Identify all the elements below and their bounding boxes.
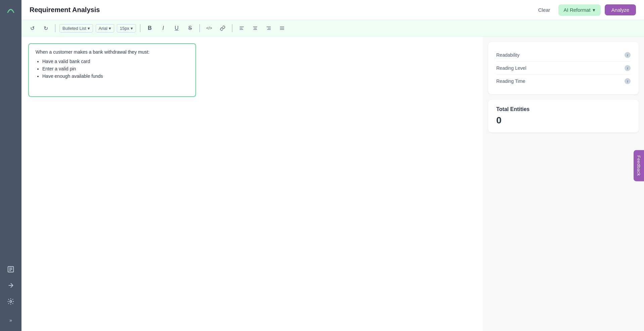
font-label: Arial xyxy=(99,26,107,31)
list-type-label: Bulleted List xyxy=(62,26,86,31)
editor-area: When a customer makes a bank withdrawal … xyxy=(21,37,644,331)
underline-button[interactable]: U xyxy=(171,23,182,34)
clear-button[interactable]: Clear xyxy=(534,5,554,15)
analysis-card: Readability i Reading Level i Reading Ti… xyxy=(488,42,639,94)
list-type-select[interactable]: Bulleted List ▾ xyxy=(59,24,93,33)
size-label: 15px xyxy=(120,26,129,31)
align-left-button[interactable] xyxy=(236,23,247,34)
size-select[interactable]: 15px ▾ xyxy=(117,24,136,33)
sidebar-item-export[interactable] xyxy=(4,279,17,292)
align-right-button[interactable] xyxy=(263,23,274,34)
header-actions: Clear AI Reformat ▾ Analyze xyxy=(534,4,636,16)
bold-button[interactable]: B xyxy=(144,23,155,34)
reading-level-label: Reading Level xyxy=(496,65,622,71)
sidebar: » xyxy=(0,0,21,331)
toolbar-divider-2 xyxy=(140,24,140,32)
toolbar-divider-1 xyxy=(55,24,55,32)
editor-panel: When a customer makes a bank withdrawal … xyxy=(21,37,483,331)
reading-time-label: Reading Time xyxy=(496,78,622,84)
list-item: Have a valid bank card xyxy=(42,59,189,64)
reading-time-row: Reading Time i xyxy=(496,75,631,88)
align-center-button[interactable] xyxy=(250,23,261,34)
readability-label: Readability xyxy=(496,52,622,58)
editor-content[interactable]: When a customer makes a bank withdrawal … xyxy=(28,43,196,97)
feedback-label: Feedback xyxy=(636,155,641,176)
editor-list: Have a valid bank card Enter a valid pin… xyxy=(36,59,189,79)
link-button[interactable] xyxy=(217,23,228,34)
toolbar-divider-3 xyxy=(199,24,200,32)
logo xyxy=(5,4,17,16)
align-justify-button[interactable] xyxy=(277,23,287,34)
entities-count: 0 xyxy=(496,115,631,126)
reading-level-info-icon[interactable]: i xyxy=(625,65,631,71)
readability-info-icon[interactable]: i xyxy=(625,52,631,58)
ai-reformat-button[interactable]: AI Reformat ▾ xyxy=(558,4,601,16)
strikethrough-button[interactable]: S xyxy=(185,23,195,34)
feedback-button[interactable]: Feedback xyxy=(634,150,644,181)
code-button[interactable]: </> xyxy=(204,23,215,34)
svg-point-5 xyxy=(10,300,12,302)
list-type-dropdown-icon: ▾ xyxy=(88,26,90,31)
font-select[interactable]: Arial ▾ xyxy=(96,24,114,33)
italic-button[interactable]: I xyxy=(158,23,169,34)
header: Requirement Analysis Clear AI Reformat ▾… xyxy=(21,0,644,20)
sidebar-item-settings[interactable] xyxy=(4,295,17,308)
redo-button[interactable]: ↻ xyxy=(40,23,51,34)
size-dropdown-icon: ▾ xyxy=(131,26,133,31)
list-item: Have enough available funds xyxy=(42,73,189,79)
analyze-button[interactable]: Analyze xyxy=(605,4,636,15)
reading-level-row: Reading Level i xyxy=(496,62,631,75)
reading-time-info-icon[interactable]: i xyxy=(625,78,631,84)
main-content: Requirement Analysis Clear AI Reformat ▾… xyxy=(21,0,644,331)
toolbar-divider-4 xyxy=(232,24,232,32)
editor-intro-text: When a customer makes a bank withdrawal … xyxy=(36,49,189,55)
ai-reformat-label: AI Reformat xyxy=(564,7,591,13)
editor-toolbar: ↺ ↻ Bulleted List ▾ Arial ▾ 15px ▾ B I U xyxy=(21,20,644,37)
sidebar-item-documents[interactable] xyxy=(4,263,17,276)
readability-row: Readability i xyxy=(496,49,631,62)
list-item: Enter a valid pin xyxy=(42,66,189,71)
entities-title: Total Entities xyxy=(496,106,631,112)
ai-reformat-dropdown-icon: ▾ xyxy=(593,7,595,13)
font-dropdown-icon: ▾ xyxy=(109,26,111,31)
undo-button[interactable]: ↺ xyxy=(27,23,38,34)
sidebar-expand-button[interactable]: » xyxy=(4,314,17,327)
page-title: Requirement Analysis xyxy=(30,6,534,14)
entities-card: Total Entities 0 xyxy=(488,100,639,132)
right-panels: Readability i Reading Level i Reading Ti… xyxy=(483,37,644,331)
